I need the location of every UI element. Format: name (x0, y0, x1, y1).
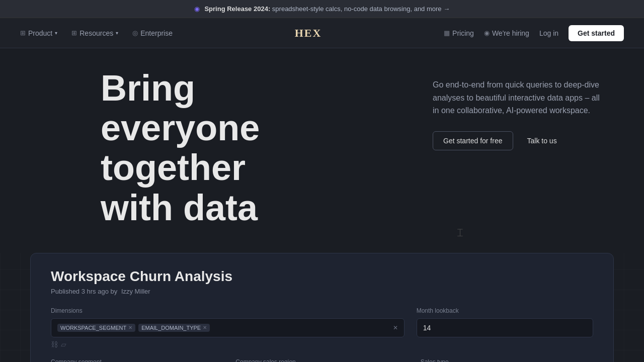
month-lookback-input[interactable]: 14 (417, 318, 593, 337)
sales-type-group: Sales type All ✕ ✕ (421, 358, 593, 362)
hero-title-line3: together (101, 147, 246, 188)
nav-pricing[interactable]: ▦ Pricing (444, 29, 474, 37)
hero-title-line1: Bring (101, 68, 195, 108)
get-started-free-button[interactable]: Get started for free (433, 131, 513, 150)
nav-product[interactable]: ⊞ Product ▾ (20, 29, 57, 37)
company-region-group: Company sales region Arrakis ✕ Mars ✕ ✕ (235, 358, 408, 362)
hero-section: Bring everyone together with data Go end… (0, 48, 644, 253)
nav-hiring[interactable]: ◉ We're hiring (484, 29, 529, 37)
sales-type-label: Sales type (421, 358, 593, 362)
workspace-section: Workspace Churn Analysis Published 3 hrs… (30, 253, 614, 362)
nav-left: ⊞ Product ▾ ⊞ Resources ▾ ◎ Enterprise (20, 29, 173, 37)
hero-description: Go end-to-end from quick queries to deep… (433, 78, 604, 117)
workspace-meta: Published 3 hrs ago by Izzy Miller (51, 288, 593, 295)
hero-right: Go end-to-end from quick queries to deep… (433, 68, 604, 150)
pricing-icon: ▦ (444, 29, 450, 37)
nav-pricing-label: Pricing (452, 29, 474, 37)
dim-tag-1-text: WORKSPACE_SEGMENT (60, 325, 126, 331)
cursor-indicator: ⌶ (457, 227, 463, 238)
site-logo[interactable]: HEX (295, 27, 322, 40)
talk-to-us-button[interactable]: Talk to us (519, 131, 565, 150)
dim-tag-2: EMAIL_DOMAIN_TYPE ✕ (138, 324, 210, 332)
hiring-icon: ◉ (484, 29, 490, 37)
dim-tag-2-remove[interactable]: ✕ (203, 325, 207, 330)
hero-title-line4: with data (101, 188, 258, 228)
company-segment-label: Company segment (51, 358, 223, 362)
enterprise-icon: ◎ (132, 29, 138, 37)
published-text: Published 3 hrs ago by (51, 288, 117, 295)
link-icon[interactable]: ⛓ (51, 340, 58, 348)
nav-hiring-label: We're hiring (492, 29, 529, 37)
hero-left: Bring everyone together with data (101, 68, 403, 238)
company-segment-group: Company segment All ✕ ✕ Select all (4) ✓ (51, 358, 223, 362)
chevron-down-icon: ▾ (55, 30, 57, 36)
dimensions-label: Dimensions (51, 307, 405, 314)
dimensions-row: Dimensions WORKSPACE_SEGMENT ✕ EMAIL_DOM… (51, 307, 593, 348)
nav-enterprise-label: Enterprise (140, 29, 173, 37)
dim-tag-1-remove[interactable]: ✕ (128, 325, 132, 330)
top-banner: ◉ Spring Release 2024: spreadsheet-style… (0, 0, 644, 18)
hero-title: Bring everyone together with data (101, 68, 403, 228)
resources-icon: ⊞ (71, 29, 77, 37)
dimensions-close-button[interactable]: ✕ (393, 324, 398, 331)
nav-enterprise[interactable]: ◎ Enterprise (132, 29, 173, 37)
controls-row-2: Company segment All ✕ ✕ Select all (4) ✓ (51, 358, 593, 362)
dim-tag-2-text: EMAIL_DOMAIN_TYPE (141, 325, 201, 331)
banner-text: spreadsheet-style calcs, no-code data br… (272, 5, 450, 13)
get-started-nav-button[interactable]: Get started (569, 25, 624, 41)
navbar: ⊞ Product ▾ ⊞ Resources ▾ ◎ Enterprise H… (0, 18, 644, 48)
company-region-label: Company sales region (235, 358, 408, 362)
main-content: Bring everyone together with data Go end… (0, 48, 644, 362)
banner-text-bold: Spring Release 2024: (204, 5, 270, 13)
dim-tag-1: WORKSPACE_SEGMENT ✕ (57, 324, 135, 332)
month-lookback-value: 14 (423, 324, 431, 332)
nav-resources-label: Resources (79, 29, 113, 37)
month-lookback-label: Month lookback (417, 307, 593, 314)
dimensions-input[interactable]: WORKSPACE_SEGMENT ✕ EMAIL_DOMAIN_TYPE ✕ … (51, 318, 405, 337)
nav-resources[interactable]: ⊞ Resources ▾ (71, 29, 118, 37)
chevron-down-icon-2: ▾ (116, 30, 118, 36)
dimensions-group: Dimensions WORKSPACE_SEGMENT ✕ EMAIL_DOM… (51, 307, 405, 348)
nav-right: ▦ Pricing ◉ We're hiring Log in Get star… (444, 25, 624, 41)
login-button[interactable]: Log in (539, 29, 558, 37)
month-lookback-group: Month lookback 14 (417, 307, 593, 337)
author-name: Izzy Miller (121, 288, 150, 295)
hero-buttons: Get started for free Talk to us (433, 131, 604, 150)
link-icons: ⛓ ▱ (51, 340, 405, 348)
comment-icon[interactable]: ▱ (61, 340, 66, 348)
product-icon: ⊞ (20, 29, 26, 37)
nav-product-label: Product (28, 29, 52, 37)
banner-dot: ◉ (194, 5, 200, 13)
hero-title-line2: everyone (101, 108, 260, 148)
workspace-title: Workspace Churn Analysis (51, 268, 593, 285)
